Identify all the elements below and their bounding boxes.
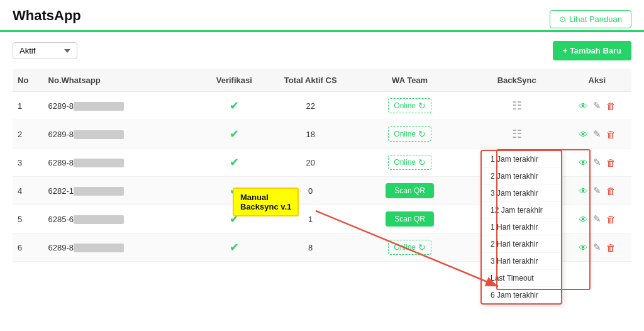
sync-dropdown-item[interactable]: 2 Hari terakhir <box>482 236 561 253</box>
edit-icon[interactable]: ✎ <box>593 100 601 111</box>
guide-button[interactable]: ⊙ Lihat Panduan <box>550 10 631 28</box>
view-icon[interactable]: 👁 <box>579 242 588 253</box>
online-badge: Online↻ <box>388 155 431 170</box>
delete-icon[interactable]: 🗑 <box>606 214 616 225</box>
edit-icon[interactable]: ✎ <box>593 213 601 225</box>
delete-icon[interactable]: 🗑 <box>606 129 616 140</box>
cell-no: 6 <box>13 233 43 262</box>
cell-wa-number: 6285-6XXXXXXXXXX <box>43 205 196 233</box>
cell-verif: ✔ <box>196 120 272 149</box>
wa-number-blurred: XXXXXXXXXX <box>74 187 124 196</box>
action-icons: 👁 ✎ 🗑 <box>568 100 626 111</box>
wa-number-prefix: 6289-8 <box>48 101 74 111</box>
col-header-total: Total Aktif CS <box>272 69 348 92</box>
cell-wa-number: 6282-1XXXXXXXXXX <box>43 177 196 205</box>
delete-icon[interactable]: 🗑 <box>606 157 616 168</box>
table-row: 16289-8XXXXXXXXXX✔22Online↻☷ 👁 ✎ 🗑 <box>13 92 631 120</box>
wa-number-prefix: 6289-8 <box>48 243 74 252</box>
edit-icon[interactable]: ✎ <box>593 128 601 140</box>
col-header-sync: BackSync <box>471 69 563 92</box>
sync-dropdown-item[interactable]: 2 Jam terakhir <box>482 168 561 185</box>
cell-sync: ☷ <box>471 120 563 149</box>
wa-number-blurred: XXXXXXXXXX <box>74 244 124 252</box>
online-label: Online <box>394 101 416 110</box>
view-icon[interactable]: 👁 <box>579 101 588 111</box>
action-icons: 👁 ✎ 🗑 <box>568 157 626 168</box>
header: WhatsApp ⊙ Lihat Panduan <box>0 0 644 32</box>
view-icon[interactable]: 👁 <box>579 129 588 140</box>
cell-total: 8 <box>272 233 348 262</box>
sync-dropdown-item[interactable]: 12 Jam terakhir <box>482 202 561 219</box>
annotation-box: Manual Backsync v.1 <box>233 188 299 216</box>
cell-team: Online↻ <box>348 149 470 177</box>
edit-icon[interactable]: ✎ <box>593 242 601 253</box>
delete-icon[interactable]: 🗑 <box>606 101 616 111</box>
action-icons: 👁 ✎ 🗑 <box>568 213 626 225</box>
check-icon: ✔ <box>230 99 239 112</box>
view-icon[interactable]: 👁 <box>579 157 588 168</box>
col-header-team: WA Team <box>348 69 470 92</box>
cell-total: 22 <box>272 92 348 120</box>
table-row: 26289-8XXXXXXXXXX✔18Online↻☷ 👁 ✎ 🗑 <box>13 120 631 149</box>
refresh-icon[interactable]: ↻ <box>418 157 426 167</box>
wa-number-blurred: XXXXXXXXXX <box>74 159 124 167</box>
toolbar: Aktif Tidak Aktif Semua + Tambah Baru <box>0 32 644 69</box>
col-header-no: No <box>13 69 43 92</box>
cell-sync: ☷ <box>471 92 563 120</box>
check-icon: ✔ <box>230 128 239 140</box>
wa-number-prefix: 6289-8 <box>48 158 74 167</box>
cell-verif: ✔ <box>196 233 272 262</box>
edit-icon[interactable]: ✎ <box>593 157 601 168</box>
online-label: Online <box>394 243 416 252</box>
col-header-aksi: Aksi <box>563 69 631 92</box>
sync-dropdown-item[interactable]: 3 Hari terakhir <box>482 253 561 270</box>
online-label: Online <box>394 130 416 138</box>
online-badge: Online↻ <box>388 240 431 255</box>
cell-no: 2 <box>13 120 43 149</box>
sync-dropdown-item[interactable]: 3 Jam terakhir <box>482 185 561 202</box>
view-icon[interactable]: 👁 <box>579 214 588 225</box>
cell-no: 5 <box>13 205 43 233</box>
refresh-icon[interactable]: ↻ <box>418 129 426 139</box>
edit-icon[interactable]: ✎ <box>593 185 601 196</box>
cell-aksi: 👁 ✎ 🗑 <box>563 177 631 205</box>
cell-wa-number: 6289-8XXXXXXXXXX <box>43 120 196 149</box>
cell-team: Online↻ <box>348 120 470 149</box>
delete-icon[interactable]: 🗑 <box>606 242 616 253</box>
wa-number-blurred: XXXXXXXXXX <box>74 130 124 139</box>
sync-dropdown-item[interactable]: 6 Jam terakhir <box>482 287 561 303</box>
cell-team: Online↻ <box>348 92 470 120</box>
delete-icon[interactable]: 🗑 <box>606 186 616 196</box>
action-icons: 👁 ✎ 🗑 <box>568 128 626 140</box>
cell-team: Scan QR <box>348 177 470 205</box>
cell-aksi: 👁 ✎ 🗑 <box>563 92 631 120</box>
cell-verif: ✔ <box>196 92 272 120</box>
monitor-icon[interactable]: ☷ <box>512 128 522 140</box>
app-title: WhatsApp <box>13 8 81 30</box>
col-header-verif: Verifikasi <box>196 69 272 92</box>
scan-qr-button[interactable]: Scan QR <box>386 211 434 227</box>
view-icon[interactable]: 👁 <box>579 186 588 196</box>
scan-qr-button[interactable]: Scan QR <box>386 183 434 198</box>
sync-dropdown-item[interactable]: 1 Jam terakhir <box>482 151 561 168</box>
online-badge: Online↻ <box>388 126 431 142</box>
refresh-icon[interactable]: ↻ <box>418 242 426 252</box>
sync-dropdown-item[interactable]: Last Timeout <box>482 270 561 287</box>
page-container: WhatsApp ⊙ Lihat Panduan Aktif Tidak Akt… <box>0 0 644 331</box>
wa-number-prefix: 6282-1 <box>48 186 74 196</box>
backsync-dropdown[interactable]: 1 Jam terakhir2 Jam terakhir3 Jam terakh… <box>480 150 562 305</box>
cell-team: Scan QR <box>348 205 470 233</box>
refresh-icon[interactable]: ↻ <box>418 101 426 111</box>
cell-aksi: 👁 ✎ 🗑 <box>563 149 631 177</box>
action-icons: 👁 ✎ 🗑 <box>568 185 626 196</box>
add-new-button[interactable]: + Tambah Baru <box>553 41 631 60</box>
sync-dropdown-item[interactable]: 1 Hari terakhir <box>482 219 561 236</box>
filter-select[interactable]: Aktif Tidak Aktif Semua <box>13 42 77 59</box>
wa-number-blurred: XXXXXXXXXX <box>74 102 124 111</box>
monitor-icon[interactable]: ☷ <box>512 99 522 112</box>
wa-number-prefix: 6285-6 <box>48 215 74 224</box>
cell-aksi: 👁 ✎ 🗑 <box>563 205 631 233</box>
cell-wa-number: 6289-8XXXXXXXXXX <box>43 149 196 177</box>
online-label: Online <box>394 158 416 167</box>
cell-no: 4 <box>13 177 43 205</box>
